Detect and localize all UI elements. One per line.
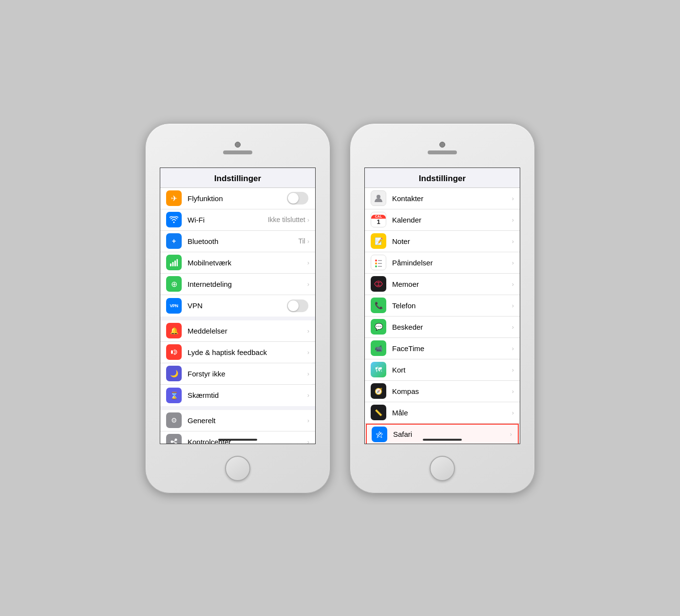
flyfunktion-toggle[interactable]	[287, 192, 308, 205]
kontakter-chevron: ›	[512, 195, 514, 202]
camera-left	[235, 142, 241, 148]
internetdeling-label: Internetdeling	[188, 280, 307, 288]
pamindelser-icon	[371, 255, 386, 270]
telefon-chevron: ›	[512, 302, 514, 309]
settings-item-facetime[interactable]: 📹 FaceTime ›	[365, 338, 520, 359]
pamindelser-label: Påmindelser	[392, 259, 512, 267]
settings-item-telefon[interactable]: 📞 Telefon ›	[365, 295, 520, 317]
beskeder-chevron: ›	[512, 323, 514, 331]
phone-top-right	[350, 124, 534, 168]
internetdeling-icon: ⊕	[166, 276, 182, 292]
left-settings-list: ✈ Flyfunktion	[160, 188, 315, 444]
telefon-label: Telefon	[392, 301, 512, 310]
bluetooth-chevron: ›	[307, 238, 309, 245]
svg-point-5	[171, 441, 173, 443]
phone-bottom-left	[225, 444, 250, 493]
left-section-1: ✈ Flyfunktion	[160, 188, 315, 317]
safari-label: Safari	[393, 430, 510, 438]
noter-label: Noter	[392, 237, 512, 245]
settings-item-kort[interactable]: 🗺 Kort ›	[365, 359, 520, 381]
skaermtid-chevron: ›	[307, 392, 309, 399]
facetime-chevron: ›	[512, 345, 514, 352]
kompas-label: Kompas	[392, 387, 512, 395]
left-screen-header: Indstillinger	[160, 168, 315, 188]
svg-point-4	[171, 350, 173, 354]
kontrolcenter-icon	[166, 434, 182, 444]
settings-item-wifi[interactable]: Wi-Fi Ikke tilsluttet ›	[160, 209, 315, 231]
settings-item-pamindelser[interactable]: Påmindelser ›	[365, 252, 520, 274]
lyde-icon	[166, 344, 182, 360]
right-phone: Indstillinger Kontakter › CAL 1	[350, 123, 535, 493]
mobilnetvaerk-chevron: ›	[307, 259, 309, 266]
maale-icon: 📏	[371, 405, 386, 420]
kontrolcenter-chevron: ›	[307, 438, 309, 444]
kalender-chevron: ›	[512, 216, 514, 224]
settings-item-kalender[interactable]: CAL 1 Kalender ›	[365, 209, 520, 231]
beskeder-label: Beskeder	[392, 323, 512, 331]
flyfunktion-icon: ✈	[166, 190, 182, 206]
left-screen: Indstillinger ✈ Flyfunktion	[160, 168, 316, 444]
settings-item-bluetooth[interactable]: + Bluetooth Til ›	[160, 231, 315, 252]
settings-item-beskeder[interactable]: 💬 Beskeder ›	[365, 317, 520, 338]
vpn-toggle[interactable]	[287, 299, 308, 312]
settings-item-memoer[interactable]: Memoer ›	[365, 274, 520, 295]
skaermtid-icon: ⌛	[166, 388, 182, 403]
speaker-left	[223, 150, 252, 154]
facetime-icon: 📹	[371, 340, 386, 356]
settings-item-kontakter[interactable]: Kontakter ›	[365, 188, 520, 209]
pamindelser-chevron: ›	[512, 259, 514, 266]
speaker-right	[428, 150, 457, 154]
left-phone: Indstillinger ✈ Flyfunktion	[145, 123, 330, 493]
flyfunktion-label: Flyfunktion	[188, 194, 287, 203]
settings-item-internetdeling[interactable]: ⊕ Internetdeling ›	[160, 274, 315, 295]
home-indicator-left	[218, 439, 257, 441]
left-screen-title: Indstillinger	[168, 174, 307, 184]
right-settings-list: Kontakter › CAL 1 Kalender › 📝 Noter	[365, 188, 520, 444]
lyde-label: Lyde & haptisk feedback	[188, 348, 307, 356]
settings-item-kompas[interactable]: 🧭 Kompas ›	[365, 381, 520, 402]
memoer-icon	[371, 276, 386, 292]
generelt-label: Generelt	[188, 416, 307, 425]
settings-item-meddelelser[interactable]: 🔔 Meddelelser ›	[160, 320, 315, 342]
home-button-right[interactable]	[430, 456, 455, 481]
home-indicator-right	[423, 439, 462, 441]
settings-item-generelt[interactable]: ⚙ Generelt ›	[160, 410, 315, 431]
settings-item-vpn[interactable]: VPN VPN	[160, 295, 315, 317]
phone-top-left	[146, 124, 330, 168]
skaermtid-label: Skærmtid	[188, 391, 307, 399]
wifi-chevron: ›	[307, 216, 309, 224]
left-section-2: 🔔 Meddelelser › Lyde &	[160, 317, 315, 406]
svg-rect-1	[172, 262, 174, 266]
svg-point-11	[375, 260, 377, 261]
beskeder-icon: 💬	[371, 319, 386, 335]
settings-item-kontrolcenter[interactable]: Kontrolcenter ›	[160, 431, 315, 444]
generelt-icon: ⚙	[166, 412, 182, 428]
kalender-label: Kalender	[392, 216, 512, 224]
meddelelser-label: Meddelelser	[188, 327, 307, 335]
generelt-chevron: ›	[307, 417, 309, 424]
settings-item-flyfunktion[interactable]: ✈ Flyfunktion	[160, 188, 315, 209]
settings-item-mobilnetvaerk[interactable]: Mobilnetværk ›	[160, 252, 315, 274]
noter-icon: 📝	[371, 233, 386, 249]
maale-label: Måle	[392, 409, 512, 417]
meddelelser-chevron: ›	[307, 327, 309, 335]
lyde-chevron: ›	[307, 349, 309, 356]
home-button-left[interactable]	[225, 456, 250, 481]
kompas-icon: 🧭	[371, 383, 386, 399]
camera-right	[439, 142, 445, 148]
phones-container: Indstillinger ✈ Flyfunktion	[126, 104, 554, 513]
vpn-icon: VPN	[166, 298, 182, 314]
forstyr-icon: 🌙	[166, 366, 182, 381]
internetdeling-chevron: ›	[307, 280, 309, 288]
noter-chevron: ›	[512, 238, 514, 245]
settings-item-noter[interactable]: 📝 Noter ›	[365, 231, 520, 252]
svg-rect-2	[174, 261, 176, 266]
settings-item-lyde[interactable]: Lyde & haptisk feedback ›	[160, 342, 315, 363]
settings-item-maale[interactable]: 📏 Måle ›	[365, 402, 520, 424]
settings-item-skaermtid[interactable]: ⌛ Skærmtid ›	[160, 385, 315, 406]
phone-bottom-right	[430, 444, 455, 493]
vpn-label: VPN	[188, 301, 287, 310]
right-screen-title: Indstillinger	[373, 174, 512, 184]
settings-item-forstyr[interactable]: 🌙 Forstyr ikke ›	[160, 363, 315, 385]
settings-item-safari[interactable]: Safari ›	[366, 424, 519, 444]
